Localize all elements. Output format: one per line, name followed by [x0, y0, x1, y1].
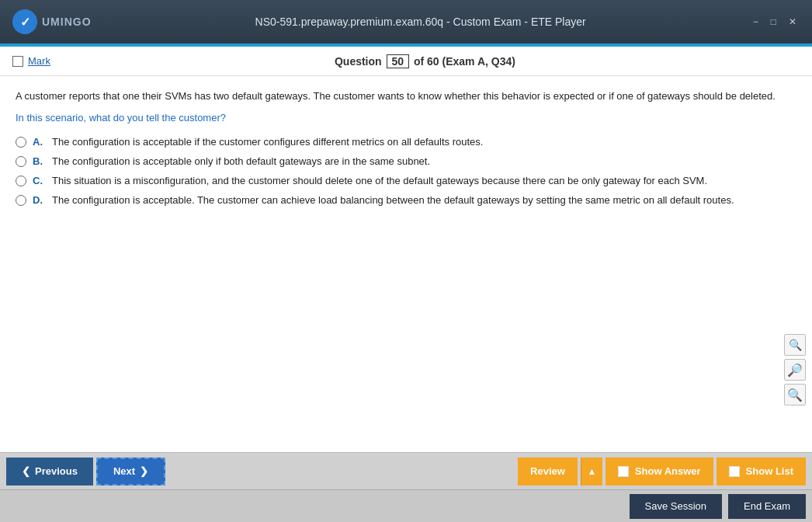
- question-number: 50: [387, 54, 410, 68]
- header-row: Mark Question 50 of 60 (Exam A, Q34): [0, 47, 812, 76]
- option-label-c: C.: [33, 175, 43, 186]
- show-list-button[interactable]: Show List: [717, 458, 806, 485]
- side-icons: 🔍 🔎 🔍: [784, 334, 806, 405]
- review-button[interactable]: Review: [518, 458, 578, 485]
- save-session-button[interactable]: Save Session: [630, 494, 723, 519]
- list-item[interactable]: C. This situation is a misconfiguration,…: [16, 175, 796, 186]
- maximize-button[interactable]: □: [768, 15, 779, 29]
- option-radio-b[interactable]: [16, 156, 26, 167]
- close-button[interactable]: ✕: [786, 15, 800, 29]
- window-title: NS0-591.prepaway.premium.exam.60q - Cust…: [92, 16, 750, 28]
- question-text-1: A customer reports that one their SVMs h…: [16, 89, 796, 104]
- list-item[interactable]: B. The configuration is acceptable only …: [16, 155, 796, 167]
- question-text-2: In this scenario, what do you tell the c…: [16, 112, 796, 124]
- show-list-label: Show List: [746, 465, 793, 477]
- mark-checkbox[interactable]: [12, 56, 23, 67]
- option-label-d: D.: [33, 194, 43, 206]
- mark-label[interactable]: Mark: [28, 55, 50, 67]
- bottom-actions: Save Session End Exam: [0, 489, 812, 522]
- question-info: Question 50 of 60 (Exam A, Q34): [50, 54, 800, 68]
- minimize-button[interactable]: −: [750, 15, 762, 29]
- logo-icon: ✓: [12, 9, 37, 34]
- option-text-c: This situation is a misconfiguration, an…: [52, 175, 707, 186]
- next-label: Next: [113, 465, 135, 477]
- option-text-d: The configuration is acceptable. The cus…: [52, 194, 734, 206]
- chevron-left-icon: [22, 465, 30, 477]
- review-dropdown-button[interactable]: [581, 458, 602, 485]
- question-label: Question: [335, 55, 382, 68]
- chevron-right-icon: [140, 465, 148, 477]
- list-item[interactable]: D. The configuration is acceptable. The …: [16, 194, 796, 206]
- show-answer-button[interactable]: Show Answer: [606, 458, 713, 485]
- option-radio-d[interactable]: [16, 195, 26, 206]
- option-text-a: The configuration is acceptable if the c…: [52, 136, 483, 148]
- previous-label: Previous: [35, 465, 78, 477]
- bottom-nav: Previous Next Review Show Answer Show Li…: [0, 452, 812, 489]
- chevron-up-icon: [587, 466, 596, 477]
- window-controls: − □ ✕: [750, 15, 800, 29]
- option-radio-a[interactable]: [16, 137, 26, 148]
- options-list: A. The configuration is acceptable if th…: [16, 136, 796, 206]
- show-answer-label: Show Answer: [635, 465, 701, 477]
- review-label: Review: [530, 465, 565, 477]
- option-radio-c[interactable]: [16, 176, 26, 186]
- zoom-in-button[interactable]: 🔎: [784, 359, 806, 381]
- previous-button[interactable]: Previous: [6, 458, 93, 485]
- next-button[interactable]: Next: [96, 458, 165, 485]
- title-bar: ✓ UMINGO NS0-591.prepaway.premium.exam.6…: [0, 0, 812, 44]
- logo-text: UMINGO: [42, 16, 92, 28]
- zoom-out-button[interactable]: 🔍: [784, 384, 806, 405]
- question-total: of 60 (Exam A, Q34): [414, 55, 515, 68]
- end-exam-button[interactable]: End Exam: [728, 494, 806, 519]
- logo-area: ✓ UMINGO: [12, 9, 92, 34]
- search-button[interactable]: 🔍: [784, 334, 806, 356]
- show-answer-checkbox: [618, 466, 629, 477]
- main-content: A customer reports that one their SVMs h…: [0, 76, 812, 452]
- mark-area[interactable]: Mark: [12, 55, 50, 67]
- list-item[interactable]: A. The configuration is acceptable if th…: [16, 136, 796, 148]
- option-label-a: A.: [33, 136, 43, 148]
- option-label-b: B.: [33, 155, 43, 167]
- option-text-b: The configuration is acceptable only if …: [52, 155, 430, 167]
- show-list-checkbox: [729, 466, 740, 477]
